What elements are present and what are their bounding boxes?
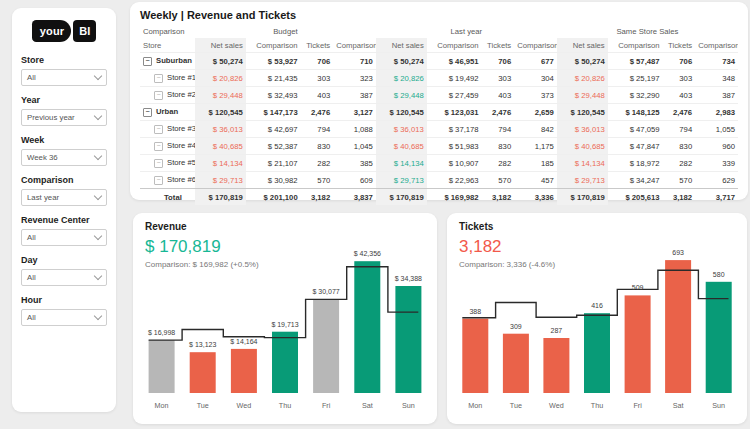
tickets-comparison-budget: 385 xyxy=(333,155,376,172)
store-name: Store #4 xyxy=(167,141,195,150)
bar-tue[interactable] xyxy=(503,334,529,393)
tickets-comparison-last-year: 1,175 xyxy=(514,138,557,155)
tickets-budget: 2,476 xyxy=(301,104,334,121)
store-name: Store #1 xyxy=(167,73,195,82)
net-sales-last-year: $ 29,448 xyxy=(376,87,427,104)
collapse-icon[interactable]: − xyxy=(143,57,152,66)
filter-group-revenue-center: Revenue CenterAll xyxy=(21,215,107,246)
tickets-comparison-text: Comparison: 3,336 (-4.6%) xyxy=(459,260,555,269)
store-cell-store-1[interactable]: −Store #1 xyxy=(140,70,195,87)
revenue-tickets-matrix: ComparisonBudgetLast yearSame Store Sale… xyxy=(140,25,738,205)
net-sales-budget: $ 36,013 xyxy=(195,121,246,138)
bar-thu[interactable] xyxy=(584,313,610,393)
tickets-same-store-sales: 706 xyxy=(663,53,696,70)
filter-value: Week 36 xyxy=(27,153,58,162)
net-sales-last-year: $ 20,826 xyxy=(376,70,427,87)
bar-tue[interactable] xyxy=(190,352,216,393)
tickets-same-store-sales: 2,476 xyxy=(663,104,696,121)
expand-icon[interactable]: − xyxy=(154,176,163,185)
filter-label: Revenue Center xyxy=(21,215,107,225)
store-column-header: Store xyxy=(140,38,195,53)
filter-group-day: DayAll xyxy=(21,255,107,286)
tickets-budget: 282 xyxy=(301,155,334,172)
net-sales-same-store-sales: $ 20,826 xyxy=(557,70,608,87)
comparison-same-store-sales: $ 32,290 xyxy=(608,87,663,104)
store-cell-store-4[interactable]: −Store #4 xyxy=(140,138,195,155)
tickets-budget: 570 xyxy=(301,172,334,189)
expand-icon[interactable]: − xyxy=(154,74,163,83)
store-cell-total[interactable]: Total xyxy=(140,189,195,206)
column-header-comparison: Comparison xyxy=(246,38,301,53)
tickets-comparison-last-year: 842 xyxy=(514,121,557,138)
net-sales-same-store-sales: $ 29,713 xyxy=(557,172,608,189)
bar-wed[interactable] xyxy=(543,338,569,393)
comparison-budget: $ 53,927 xyxy=(246,53,301,70)
net-sales-same-store-sales: $ 29,448 xyxy=(557,87,608,104)
bar-wed[interactable] xyxy=(231,349,257,393)
column-header-comparison: Comparison xyxy=(608,38,663,53)
table-row-store-6: −Store #6$ 29,713$ 30,982570609$ 29,713$… xyxy=(140,172,738,189)
column-header-tickets: Tickets xyxy=(482,38,515,53)
bar-value-label-sat: 693 xyxy=(672,249,684,256)
comparison-last-year: $ 27,459 xyxy=(427,87,482,104)
bar-fri[interactable] xyxy=(625,295,651,393)
bar-sat[interactable] xyxy=(665,260,691,393)
store-name: Store #5 xyxy=(167,158,195,167)
expand-icon[interactable]: − xyxy=(154,125,163,134)
net-sales-same-store-sales: $ 14,134 xyxy=(557,155,608,172)
bar-sun[interactable] xyxy=(395,286,421,393)
column-header-net-sales: Net sales xyxy=(376,38,427,53)
tickets-comparison-last-year: 373 xyxy=(514,87,557,104)
expand-icon[interactable]: − xyxy=(154,159,163,168)
axis-label-thu: Thu xyxy=(591,401,603,410)
bar-mon[interactable] xyxy=(462,319,488,393)
filter-select-comparison[interactable]: Last year xyxy=(21,189,107,206)
filter-select-year[interactable]: Previous year xyxy=(21,109,107,126)
tickets-budget: 794 xyxy=(301,121,334,138)
filter-select-week[interactable]: Week 36 xyxy=(21,149,107,166)
net-sales-last-year: $ 120,545 xyxy=(376,104,427,121)
column-header-net-sales: Net sales xyxy=(195,38,246,53)
store-cell-store-3[interactable]: −Store #3 xyxy=(140,121,195,138)
net-sales-budget: $ 170,819 xyxy=(195,189,246,206)
store-name: Total xyxy=(143,193,182,202)
filter-select-hour[interactable]: All xyxy=(21,309,107,326)
net-sales-same-store-sales: $ 170,819 xyxy=(557,189,608,206)
tickets-same-store-sales: 282 xyxy=(663,155,696,172)
net-sales-last-year: $ 14,134 xyxy=(376,155,427,172)
column-header-comparison: Comparison xyxy=(695,38,738,53)
tickets-comparison-budget: 387 xyxy=(333,87,376,104)
bar-thu[interactable] xyxy=(272,332,298,393)
filter-select-revenue-center[interactable]: All xyxy=(21,229,107,246)
filter-select-day[interactable]: All xyxy=(21,269,107,286)
net-sales-budget: $ 20,826 xyxy=(195,70,246,87)
comparison-budget: $ 21,435 xyxy=(246,70,301,87)
tickets-budget: 3,182 xyxy=(301,189,334,206)
tickets-comparison-budget: 1,045 xyxy=(333,138,376,155)
tickets-comparison-budget: 710 xyxy=(333,53,376,70)
tickets-same-store-sales: 570 xyxy=(663,172,696,189)
tickets-budget: 830 xyxy=(301,138,334,155)
store-cell-suburban[interactable]: −Suburban xyxy=(140,53,195,70)
tickets-comparison-same-store-sales: 339 xyxy=(695,155,738,172)
tickets-comparison-same-store-sales: 1,055 xyxy=(695,121,738,138)
comparison-budget: $ 201,100 xyxy=(246,189,301,206)
comparison-budget: $ 52,387 xyxy=(246,138,301,155)
axis-label-tue: Tue xyxy=(197,401,209,410)
bar-fri[interactable] xyxy=(313,299,339,393)
collapse-icon[interactable]: − xyxy=(143,108,152,117)
net-sales-budget: $ 14,134 xyxy=(195,155,246,172)
store-cell-urban[interactable]: −Urban xyxy=(140,104,195,121)
bar-mon[interactable] xyxy=(149,340,175,393)
expand-icon[interactable]: − xyxy=(154,91,163,100)
table-row-total: Total$ 170,819$ 201,1003,1823,837$ 170,8… xyxy=(140,189,738,206)
comparison-budget: $ 147,173 xyxy=(246,104,301,121)
filter-value: Previous year xyxy=(27,113,75,122)
bar-sat[interactable] xyxy=(354,261,380,393)
revenue-total-value: $ 170,819 xyxy=(145,237,259,257)
expand-icon[interactable]: − xyxy=(154,142,163,151)
store-cell-store-2[interactable]: −Store #2 xyxy=(140,87,195,104)
filter-select-store[interactable]: All xyxy=(21,69,107,86)
store-cell-store-5[interactable]: −Store #5 xyxy=(140,155,195,172)
store-cell-store-6[interactable]: −Store #6 xyxy=(140,172,195,189)
